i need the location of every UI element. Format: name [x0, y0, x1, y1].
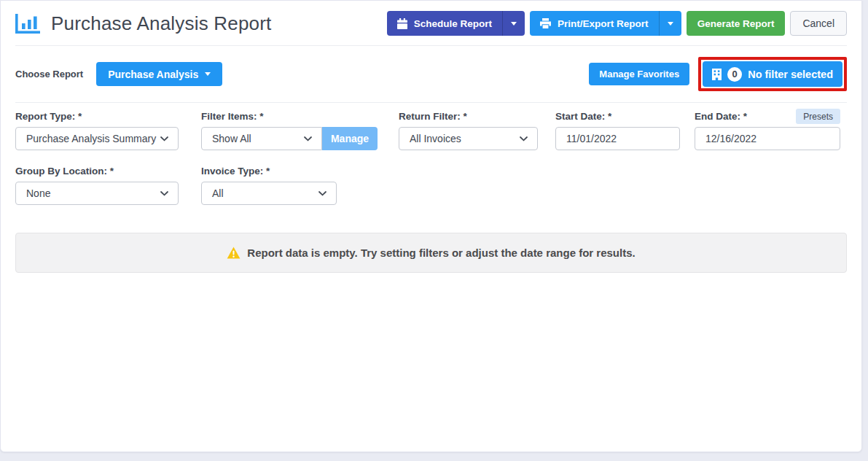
filter-button-label: No filter selected: [748, 69, 833, 80]
favorites-filter-group: Manage Favorites: [589, 57, 847, 91]
caret-down-icon: [205, 72, 211, 76]
chevron-down-icon: [520, 136, 528, 142]
end-date-label: End Date: *: [695, 110, 747, 123]
print-export-report-label: Print/Export Report: [558, 18, 649, 29]
location-filter-button[interactable]: 0 No filter selected: [703, 61, 842, 87]
filter-items-value: Show All: [212, 133, 251, 144]
calendar-icon: [397, 18, 407, 29]
report-type-value: Purchase Analysis Summary: [26, 133, 156, 144]
report-selector-label: Purchase Analysis: [108, 69, 198, 80]
filter-items-combo: Show All Manage: [201, 127, 378, 150]
schedule-report-caret[interactable]: [502, 11, 525, 36]
empty-report-message: Report data is empty. Try setting filter…: [247, 247, 635, 259]
manage-filter-items-button[interactable]: Manage: [322, 127, 378, 150]
group-by-location-label: Group By Location: *: [15, 165, 114, 177]
cancel-button[interactable]: Cancel: [790, 11, 847, 36]
printer-icon: [540, 18, 551, 28]
filter-count-badge: 0: [727, 67, 742, 82]
schedule-report-button[interactable]: Schedule Report: [387, 11, 525, 36]
choose-report-bar: Choose Report Purchase Analysis Manage F…: [1, 46, 861, 102]
filter-items-label: Filter Items: *: [201, 110, 264, 123]
filters-row-2: Group By Location: * None Invoice Type: …: [15, 165, 847, 205]
report-type-select[interactable]: Purchase Analysis Summary: [15, 127, 179, 150]
group-by-location-select[interactable]: None: [15, 182, 179, 205]
end-date-group: End Date: * Presets: [695, 110, 840, 150]
caret-down-icon: [668, 22, 673, 26]
invoice-type-value: All: [212, 187, 224, 199]
empty-report-message-panel: Report data is empty. Try setting filter…: [15, 233, 847, 273]
filters-section: Report Type: * Purchase Analysis Summary…: [1, 103, 861, 205]
caret-down-icon: [511, 22, 517, 26]
page-title: Purchase Analysis Report: [51, 12, 272, 35]
invoice-type-label: Invoice Type: *: [201, 165, 270, 177]
filters-row-1: Report Type: * Purchase Analysis Summary…: [15, 110, 847, 150]
group-by-location-group: Group By Location: * None: [15, 165, 179, 205]
choose-report-group: Choose Report Purchase Analysis: [15, 62, 222, 86]
print-export-caret[interactable]: [659, 11, 681, 36]
bar-chart-icon: [15, 14, 40, 34]
chevron-down-icon: [160, 191, 168, 196]
report-type-label: Report Type: *: [15, 110, 82, 123]
start-date-group: Start Date: *: [555, 110, 680, 150]
report-selector-dropdown[interactable]: Purchase Analysis: [96, 62, 222, 86]
manage-favorites-button[interactable]: Manage Favorites: [589, 63, 689, 85]
schedule-report-label: Schedule Report: [414, 18, 492, 29]
report-type-group: Report Type: * Purchase Analysis Summary: [15, 110, 179, 150]
warning-icon: [227, 247, 241, 259]
building-icon: [712, 69, 722, 80]
chevron-down-icon: [304, 136, 312, 142]
generate-report-button[interactable]: Generate Report: [687, 11, 786, 36]
return-filter-value: All Invoices: [410, 133, 461, 144]
chevron-down-icon: [318, 191, 327, 196]
report-page-card: Purchase Analysis Report Schedule Report: [0, 0, 862, 452]
date-presets-button[interactable]: Presets: [796, 109, 840, 124]
return-filter-group: Return Filter: * All Invoices: [399, 110, 538, 150]
header-actions: Schedule Report Print/Export Report: [387, 11, 847, 36]
invoice-type-select[interactable]: All: [201, 182, 337, 205]
annotation-highlight-box: 0 No filter selected: [698, 57, 847, 91]
choose-report-label: Choose Report: [15, 69, 83, 80]
chevron-down-icon: [160, 136, 168, 142]
start-date-label: Start Date: *: [555, 110, 611, 123]
end-date-input[interactable]: [695, 127, 840, 150]
start-date-input[interactable]: [555, 127, 680, 150]
print-export-report-button[interactable]: Print/Export Report: [530, 11, 681, 36]
return-filter-select[interactable]: All Invoices: [399, 127, 538, 150]
page-title-wrap: Purchase Analysis Report: [15, 12, 272, 35]
group-by-location-value: None: [26, 187, 50, 199]
page-header: Purchase Analysis Report Schedule Report: [1, 1, 861, 45]
invoice-type-group: Invoice Type: * All: [201, 165, 337, 205]
return-filter-label: Return Filter: *: [399, 110, 467, 123]
filter-items-select[interactable]: Show All: [201, 127, 322, 150]
filter-items-group: Filter Items: * Show All Manage: [201, 110, 378, 150]
